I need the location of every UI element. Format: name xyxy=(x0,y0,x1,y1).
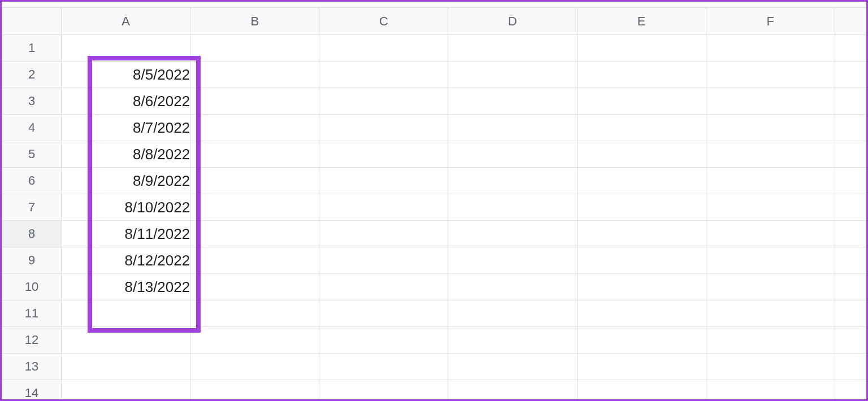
cell-E10[interactable] xyxy=(577,274,706,300)
cell-C8[interactable] xyxy=(319,221,448,247)
col-header-A[interactable]: A xyxy=(62,8,190,35)
cell-F10[interactable] xyxy=(706,274,835,300)
cell-A9[interactable]: 8/12/2022 xyxy=(62,247,190,274)
cell-D1[interactable] xyxy=(448,35,577,62)
row-header-9[interactable]: 9 xyxy=(2,247,62,274)
cell-A4[interactable]: 8/7/2022 xyxy=(62,115,190,141)
cell-F4[interactable] xyxy=(706,115,835,141)
col-header-C[interactable]: C xyxy=(319,8,448,35)
cell-D4[interactable] xyxy=(448,115,577,141)
cell-B12[interactable] xyxy=(190,327,319,354)
cell-F8[interactable] xyxy=(706,221,835,247)
row-header-8[interactable]: 8 xyxy=(2,221,62,247)
cell-B4[interactable] xyxy=(190,115,319,141)
cell-G12[interactable] xyxy=(835,327,866,354)
cell-G3[interactable] xyxy=(835,88,866,115)
cell-G10[interactable] xyxy=(835,274,866,300)
cell-F5[interactable] xyxy=(706,141,835,168)
col-header-F[interactable]: F xyxy=(706,8,835,35)
cell-E3[interactable] xyxy=(577,88,706,115)
cell-C12[interactable] xyxy=(319,327,448,354)
cell-F9[interactable] xyxy=(706,247,835,274)
cell-A12[interactable] xyxy=(62,327,190,354)
cell-B11[interactable] xyxy=(190,300,319,327)
cell-A11[interactable] xyxy=(62,300,190,327)
cell-G2[interactable] xyxy=(835,62,866,88)
cell-A6[interactable]: 8/9/2022 xyxy=(62,168,190,194)
row-header-14[interactable]: 14 xyxy=(2,380,62,400)
spreadsheet-grid[interactable]: A B C D E F 128/5/202238/6/202248/7/2022… xyxy=(2,7,866,399)
row-header-10[interactable]: 10 xyxy=(2,274,62,300)
cell-E9[interactable] xyxy=(577,247,706,274)
cell-G4[interactable] xyxy=(835,115,866,141)
col-header-B[interactable]: B xyxy=(190,8,319,35)
cell-A10[interactable]: 8/13/2022 xyxy=(62,274,190,300)
cell-D12[interactable] xyxy=(448,327,577,354)
cell-B13[interactable] xyxy=(190,354,319,380)
cell-B3[interactable] xyxy=(190,88,319,115)
cell-B2[interactable] xyxy=(190,62,319,88)
cell-A2[interactable]: 8/5/2022 xyxy=(62,62,190,88)
cell-G9[interactable] xyxy=(835,247,866,274)
col-header-D[interactable]: D xyxy=(448,8,577,35)
row-header-4[interactable]: 4 xyxy=(2,115,62,141)
row-header-5[interactable]: 5 xyxy=(2,141,62,168)
cell-D3[interactable] xyxy=(448,88,577,115)
cell-D5[interactable] xyxy=(448,141,577,168)
cell-F11[interactable] xyxy=(706,300,835,327)
row-header-11[interactable]: 11 xyxy=(2,300,62,327)
cell-D8[interactable] xyxy=(448,221,577,247)
cell-F12[interactable] xyxy=(706,327,835,354)
cell-G11[interactable] xyxy=(835,300,866,327)
cell-G5[interactable] xyxy=(835,141,866,168)
cell-E11[interactable] xyxy=(577,300,706,327)
cell-C9[interactable] xyxy=(319,247,448,274)
cell-E5[interactable] xyxy=(577,141,706,168)
cell-C11[interactable] xyxy=(319,300,448,327)
row-header-2[interactable]: 2 xyxy=(2,62,62,88)
cell-G14[interactable] xyxy=(835,380,866,400)
cell-C3[interactable] xyxy=(319,88,448,115)
row-header-6[interactable]: 6 xyxy=(2,168,62,194)
cell-E12[interactable] xyxy=(577,327,706,354)
cell-G1[interactable] xyxy=(835,35,866,62)
cell-B9[interactable] xyxy=(190,247,319,274)
cell-C6[interactable] xyxy=(319,168,448,194)
cell-A8[interactable]: 8/11/2022 xyxy=(62,221,190,247)
cell-B7[interactable] xyxy=(190,194,319,221)
col-header-extra[interactable] xyxy=(835,8,866,35)
cell-A13[interactable] xyxy=(62,354,190,380)
cell-B8[interactable] xyxy=(190,221,319,247)
row-header-13[interactable]: 13 xyxy=(2,354,62,380)
cell-C10[interactable] xyxy=(319,274,448,300)
cell-C1[interactable] xyxy=(319,35,448,62)
cell-B5[interactable] xyxy=(190,141,319,168)
row-header-1[interactable]: 1 xyxy=(2,35,62,62)
cell-A14[interactable] xyxy=(62,380,190,400)
cell-F14[interactable] xyxy=(706,380,835,400)
col-header-E[interactable]: E xyxy=(577,8,706,35)
cell-D13[interactable] xyxy=(448,354,577,380)
cell-F13[interactable] xyxy=(706,354,835,380)
row-header-3[interactable]: 3 xyxy=(2,88,62,115)
cell-G13[interactable] xyxy=(835,354,866,380)
cell-C2[interactable] xyxy=(319,62,448,88)
cell-B6[interactable] xyxy=(190,168,319,194)
cell-A3[interactable]: 8/6/2022 xyxy=(62,88,190,115)
cell-D7[interactable] xyxy=(448,194,577,221)
cell-E7[interactable] xyxy=(577,194,706,221)
cell-F2[interactable] xyxy=(706,62,835,88)
cell-B14[interactable] xyxy=(190,380,319,400)
cell-F1[interactable] xyxy=(706,35,835,62)
cell-C13[interactable] xyxy=(319,354,448,380)
cell-E13[interactable] xyxy=(577,354,706,380)
row-header-7[interactable]: 7 xyxy=(2,194,62,221)
cell-E14[interactable] xyxy=(577,380,706,400)
formula-bar[interactable] xyxy=(2,2,866,7)
cell-E1[interactable] xyxy=(577,35,706,62)
cell-C4[interactable] xyxy=(319,115,448,141)
cell-E6[interactable] xyxy=(577,168,706,194)
cell-B1[interactable] xyxy=(190,35,319,62)
cell-C5[interactable] xyxy=(319,141,448,168)
cell-D6[interactable] xyxy=(448,168,577,194)
